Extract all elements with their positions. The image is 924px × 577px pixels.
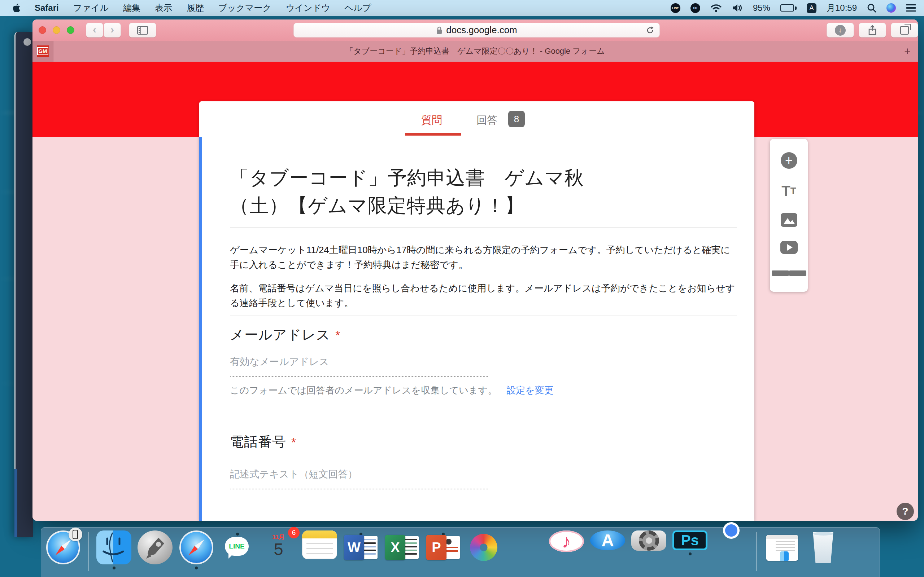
- address-bar[interactable]: docs.google.com: [294, 23, 660, 37]
- minimize-button[interactable]: [53, 26, 60, 34]
- tab-bar: GM 「タブーコード」予約申込書 ゲムマ限定〇〇あり！ - Google フォー…: [32, 41, 918, 62]
- line-status-icon[interactable]: LINE: [670, 3, 680, 13]
- safari-window: ‹ › docs.google.com ↓: [32, 19, 918, 521]
- dock-item-excel[interactable]: X: [384, 530, 419, 535]
- selected-section-indicator: [199, 137, 202, 521]
- help-button[interactable]: ?: [897, 503, 914, 520]
- add-question-icon[interactable]: +: [781, 152, 797, 169]
- tab-questions[interactable]: 質問: [421, 113, 442, 128]
- dock-item-word[interactable]: W: [343, 530, 378, 535]
- dock-item-photoshop[interactable]: Ps: [672, 530, 708, 555]
- dock-item-powerpoint[interactable]: P: [426, 530, 460, 535]
- background-window-accent: [15, 469, 17, 537]
- email-input[interactable]: 有効なメールアドレス: [230, 355, 488, 377]
- form-description-2[interactable]: 名前、電話番号はゲムマ当日にを照らし合わせるために使用します。メールアドレスは予…: [230, 281, 739, 311]
- close-button[interactable]: [39, 26, 46, 34]
- dock-item-imovie[interactable]: [508, 530, 543, 535]
- zoom-button[interactable]: [67, 26, 74, 34]
- dock-item-system-preferences[interactable]: [631, 530, 666, 556]
- spotlight-icon[interactable]: [867, 3, 876, 13]
- phone-input[interactable]: 記述式テキスト（短文回答）: [230, 468, 488, 489]
- background-window[interactable]: [15, 32, 33, 537]
- tab-responses[interactable]: 回答: [477, 113, 498, 128]
- url-text: docs.google.com: [446, 24, 517, 36]
- menu-bookmarks[interactable]: ブックマーク: [218, 2, 271, 14]
- dock-item-finder[interactable]: [96, 530, 131, 569]
- add-video-icon[interactable]: [780, 241, 798, 254]
- menu-app-name[interactable]: Safari: [35, 3, 59, 13]
- menu-edit[interactable]: 編集: [123, 2, 141, 14]
- pinned-tab[interactable]: GM: [32, 41, 53, 62]
- battery-percent: 95%: [753, 3, 770, 13]
- creative-cloud-icon[interactable]: ∞: [690, 3, 700, 13]
- launchpad-icon: [137, 530, 173, 564]
- active-tab-underline: [405, 133, 461, 135]
- menu-file[interactable]: ファイル: [73, 2, 109, 14]
- volume-icon[interactable]: [732, 3, 743, 13]
- dock-divider: [756, 532, 757, 571]
- sidebar-button[interactable]: [129, 23, 156, 37]
- downloads-button[interactable]: ↓: [827, 23, 854, 37]
- sidebar-icon: [137, 26, 148, 35]
- back-button[interactable]: ‹: [86, 23, 103, 37]
- dock-item-finder-window[interactable]: [764, 530, 800, 569]
- divider: [230, 316, 737, 316]
- menu-help[interactable]: ヘルプ: [345, 2, 372, 14]
- dock-item-launchpad[interactable]: [137, 530, 173, 569]
- add-title-text-icon[interactable]: TT: [782, 183, 796, 199]
- show-tabs-button[interactable]: [891, 23, 918, 37]
- menu-clock[interactable]: 月10:59: [827, 2, 857, 14]
- app-store-icon: A: [590, 530, 625, 550]
- trash-icon: [812, 532, 835, 563]
- responses-count-badge: 8: [508, 111, 525, 127]
- menu-window[interactable]: ウインドウ: [286, 2, 330, 14]
- battery-icon[interactable]: [780, 4, 796, 11]
- email-collect-notice: このフォームでは回答者のメールアドレスを収集しています。設定を変更: [230, 384, 554, 397]
- photoshop-icon: Ps: [672, 530, 708, 550]
- menu-bar: Safari ファイル 編集 表示 履歴 ブックマーク ウインドウ ヘルプ LI…: [0, 0, 924, 16]
- dock-item-safari[interactable]: [179, 530, 214, 569]
- dock-item-notes[interactable]: [302, 530, 337, 564]
- forward-button[interactable]: ›: [103, 23, 121, 37]
- download-icon: ↓: [835, 25, 846, 36]
- editor-toolbar: + TT: [770, 139, 808, 292]
- background-window-control: [23, 38, 31, 46]
- share-icon: [868, 25, 877, 36]
- change-settings-link[interactable]: 設定を変更: [506, 385, 554, 396]
- form-title[interactable]: 「タブーコード」予約申込書 ゲムマ秋 （土）【ゲムマ限定特典あり！】: [230, 164, 710, 220]
- dock-divider: [88, 532, 89, 571]
- phone-question-label[interactable]: 電話番号*: [230, 433, 296, 451]
- dock-item-calendar[interactable]: 11月 5 6: [261, 530, 296, 535]
- dock-item-itunes[interactable]: ♪: [549, 530, 584, 557]
- input-method-icon[interactable]: A: [807, 3, 816, 13]
- menu-history[interactable]: 履歴: [187, 2, 204, 14]
- dock-item-line[interactable]: LINE: [220, 530, 255, 535]
- reload-icon[interactable]: [646, 26, 654, 35]
- minimized-window-icon: [766, 535, 798, 561]
- dock-item-app-store[interactable]: A: [590, 530, 625, 555]
- tabs-icon: [900, 26, 909, 35]
- active-tab[interactable]: 「タブーコード」予約申込書 ゲムマ限定〇〇あり！ - Google フォーム: [53, 46, 897, 56]
- siri-icon[interactable]: [887, 3, 896, 13]
- gm-favicon: GM: [37, 45, 49, 57]
- notification-center-icon[interactable]: [906, 4, 916, 11]
- form-description-1[interactable]: ゲームマーケット11/24土曜日10時から17時の間に来られる方限定の予約フォー…: [230, 243, 739, 272]
- add-image-icon[interactable]: [781, 213, 797, 227]
- wifi-icon[interactable]: [710, 3, 722, 13]
- add-section-icon[interactable]: [772, 268, 806, 279]
- dock-item-chrome[interactable]: [714, 530, 749, 535]
- new-tab-button[interactable]: +: [897, 45, 918, 57]
- dock-item-photos[interactable]: [467, 530, 502, 535]
- apple-menu-icon[interactable]: [12, 3, 20, 13]
- finder-icon: [96, 530, 131, 564]
- menu-view[interactable]: 表示: [155, 2, 172, 14]
- notes-icon: [302, 530, 337, 559]
- gear-icon: [631, 530, 666, 551]
- safari-icon: [179, 530, 213, 564]
- dock-item-trash[interactable]: [806, 530, 841, 569]
- dock: LINE 11月 5 6 W X P: [41, 527, 880, 577]
- email-question-label[interactable]: メールアドレス*: [230, 326, 341, 344]
- share-button[interactable]: [859, 23, 886, 37]
- page-content: 質問 回答 8 「タブーコード」予約申込書 ゲムマ秋 （土）【ゲムマ限定特典あり…: [32, 62, 918, 521]
- dock-item-handoff-safari[interactable]: [45, 530, 81, 569]
